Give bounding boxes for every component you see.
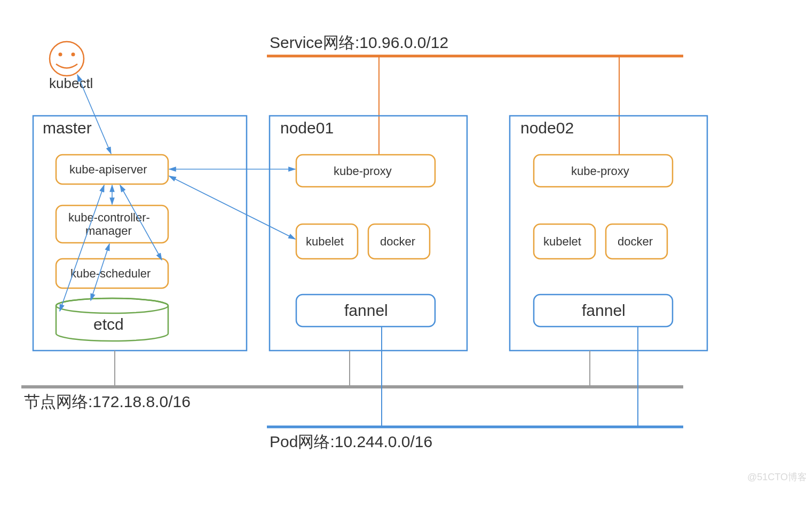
service-network-label: Service网络:10.96.0.0/12 <box>270 34 448 51</box>
watermark: @51CTO博客 <box>747 472 806 482</box>
node02-kubelet-label: kubelet <box>543 235 581 248</box>
etcd-label: etcd <box>93 315 124 333</box>
node02-title: node02 <box>520 119 574 137</box>
node01-flannel-label: fannel <box>344 301 388 319</box>
svg-point-2 <box>72 53 75 57</box>
node01-title: node01 <box>280 119 334 137</box>
kube-scheduler-label: kube-scheduler <box>70 267 151 280</box>
arrow-kubectl-apiserver <box>77 75 111 154</box>
node02-kube-proxy-label: kube-proxy <box>571 164 629 178</box>
svg-point-0 <box>50 42 84 76</box>
node02-flannel-label: fannel <box>582 301 626 319</box>
node01-kube-proxy-label: kube-proxy <box>334 164 392 178</box>
node01-docker-label: docker <box>380 235 415 248</box>
arrow-api-etcd-left <box>60 185 104 311</box>
arrow-api-kubelet <box>169 176 295 239</box>
node02-docker-label: docker <box>618 235 653 248</box>
node01-kubelet-label: kubelet <box>306 235 344 248</box>
kubectl-icon <box>50 42 84 76</box>
pod-network-label: Pod网络:10.244.0.0/16 <box>270 433 432 450</box>
master-title: master <box>43 119 92 137</box>
kube-controller-label2: manager <box>85 224 132 237</box>
node-network-label: 节点网络:172.18.8.0/16 <box>24 393 191 410</box>
kubectl-label: kubectl <box>49 75 93 91</box>
svg-point-1 <box>59 53 62 57</box>
kube-apiserver-label: kube-apiserver <box>69 163 147 176</box>
